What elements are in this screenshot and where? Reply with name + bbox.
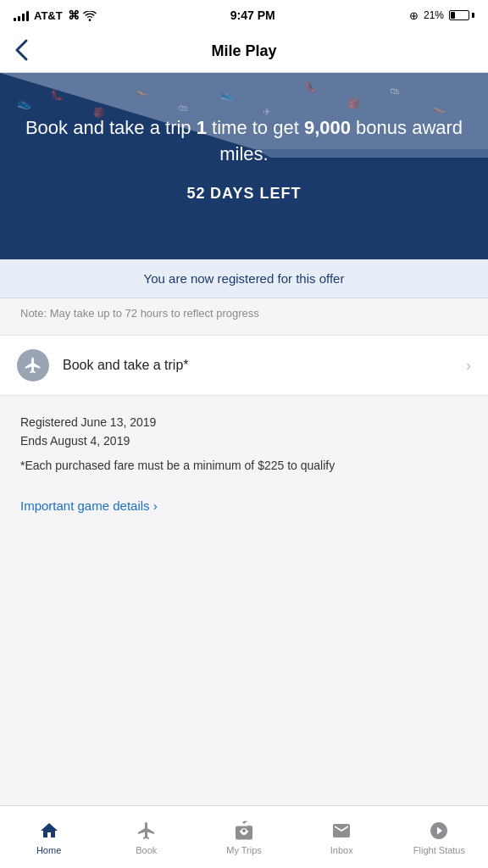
wifi-icon: ⌘ [68,8,97,22]
days-left: 52 DAYS LEFT [20,185,468,203]
hero-section: 👟 👠 🎒 👡 🛍 👟 ✈ 👠 🎒 🛍 👡 Book and take a tr… [0,73,488,259]
inbox-icon [330,820,352,842]
note-text: Note: May take up to 72 hours to reflect… [20,307,468,320]
trip-icon [17,349,49,381]
status-time: 9:47 PM [230,8,275,22]
back-button[interactable] [14,38,29,65]
registered-banner: You are now registered for this offer [0,259,488,298]
status-right: ⊕ 21% [409,9,474,22]
battery-icon [449,10,474,20]
my-trips-icon [233,820,255,842]
nav-item-inbox[interactable]: Inbox [293,813,391,855]
nav-item-home[interactable]: Home [0,813,97,855]
note-section: Note: May take up to 72 hours to reflect… [0,298,488,328]
status-left: AT&T ⌘ [14,8,97,22]
days-number: 52 [187,185,206,202]
flight-status-icon [428,820,450,842]
bottom-nav: Home Book My Trips Inbox [0,805,488,868]
important-game-details-link[interactable]: Important game details › [20,498,158,513]
chevron-right-icon: › [466,357,471,375]
detail-ends: Ends August 4, 2019 [20,431,468,450]
page-title: Mile Play [211,42,276,60]
nav-label-inbox: Inbox [330,845,353,855]
carrier-label: AT&T [34,9,63,22]
nav-item-my-trips[interactable]: My Trips [195,813,292,855]
detail-asterisk: *Each purchased fare must be a minimum o… [20,456,468,475]
nav-label-my-trips: My Trips [226,845,262,855]
lock-icon: ⊕ [409,9,419,22]
status-bar: AT&T ⌘ 9:47 PM ⊕ 21% [0,0,488,31]
book-icon [136,820,158,842]
hero-text-prefix: Book and take a trip [25,117,197,138]
trip-row[interactable]: Book and take a trip* › [0,335,488,396]
nav-item-book[interactable]: Book [97,813,195,855]
hero-text: Book and take a trip 1 time to get 9,000… [20,90,468,203]
battery-percent: 21% [424,9,444,21]
hero-trip-count: 1 [197,117,207,138]
signal-bars [14,9,29,21]
trip-label: Book and take a trip* [63,358,466,373]
nav-header: Mile Play [0,31,488,73]
hero-miles: 9,000 [304,117,351,138]
page-scroll: 👟 👠 🎒 👡 🛍 👟 ✈ 👠 🎒 🛍 👡 Book and take a tr… [0,73,488,805]
nav-label-home: Home [36,845,61,855]
hero-text-middle: time to get [207,117,304,138]
important-link-section: Important game details › [0,492,488,531]
registered-text: You are now registered for this offer [20,271,468,286]
details-section: Registered June 13, 2019 Ends August 4, … [0,396,488,492]
detail-registered: Registered June 13, 2019 [20,413,468,431]
nav-label-flight-status: Flight Status [413,845,465,855]
nav-label-book: Book [136,845,157,855]
nav-item-flight-status[interactable]: Flight Status [391,813,488,855]
hero-main-text: Book and take a trip 1 time to get 9,000… [20,115,468,168]
home-icon [38,820,60,842]
days-label: DAYS LEFT [210,185,301,202]
